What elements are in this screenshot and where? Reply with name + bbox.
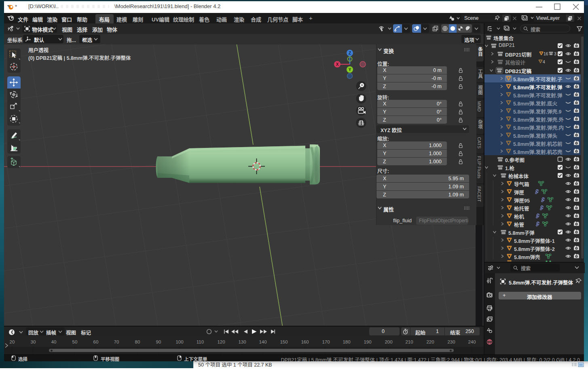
svg-text:X: X: [336, 62, 339, 67]
svg-text:用户透视: 用户透视: [28, 47, 49, 53]
svg-text:(0) DPB21定稿 | 5.8mm弹.不可发射.子弹整体: (0) DPB21定稿 | 5.8mm弹.不可发射.子弹整体: [28, 55, 131, 61]
svg-text:Z: Z: [349, 51, 351, 55]
svg-text:Y: Y: [349, 67, 351, 72]
